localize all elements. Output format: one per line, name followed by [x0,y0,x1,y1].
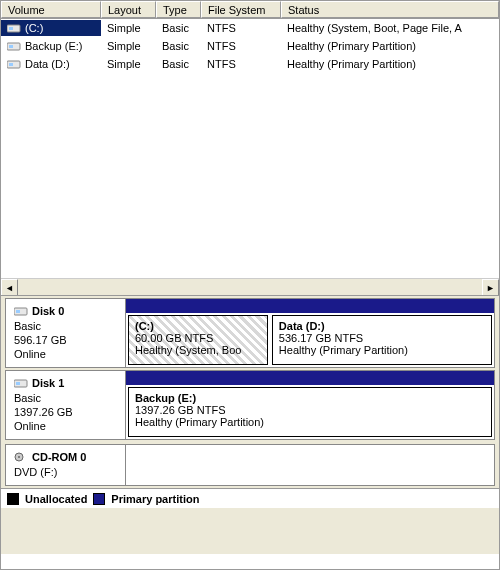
partition-info: 60.00 GB NTFS [135,332,261,344]
legend-swatch-unallocated [7,493,19,505]
disk-status: Online [14,347,117,361]
cdrom-row[interactable]: CD-ROM 0 DVD (F:) [5,444,495,486]
cdrom-title: CD-ROM 0 [14,451,117,463]
svg-rect-5 [9,63,13,66]
volume-status-cell: Healthy (System, Boot, Page File, A [281,20,499,36]
legend-swatch-primary [93,493,105,505]
disk-title: Disk 1 [14,377,117,389]
drive-icon [7,41,21,51]
table-row[interactable]: Backup (E:)SimpleBasicNTFSHealthy (Prima… [1,37,499,55]
cdrom-sub: DVD (F:) [14,465,117,479]
svg-rect-4 [7,61,20,68]
svg-point-11 [18,456,20,458]
volume-table-body: (C:)SimpleBasicNTFSHealthy (System, Boot… [1,19,499,278]
volume-layout-cell: Simple [101,20,156,36]
disk-info-panel: Disk 0Basic596.17 GBOnline [6,299,126,367]
col-header-status[interactable]: Status [281,1,499,18]
partition-name: (C:) [135,320,261,332]
legend: Unallocated Primary partition [1,488,499,508]
volume-name-cell: Backup (E:) [1,38,101,54]
disk-icon [14,306,28,316]
col-header-volume[interactable]: Volume [1,1,101,18]
volume-name-cell: (C:) [1,20,101,36]
disk-type: Basic [14,319,117,333]
table-row[interactable]: Data (D:)SimpleBasicNTFSHealthy (Primary… [1,55,499,73]
disk-row[interactable]: Disk 0Basic596.17 GBOnline(C:)60.00 GB N… [5,298,495,368]
disk-size: 1397.26 GB [14,405,117,419]
volume-status-cell: Healthy (Primary Partition) [281,38,499,54]
svg-rect-9 [16,382,20,385]
volume-name-cell: Data (D:) [1,56,101,72]
volume-layout-cell: Simple [101,56,156,72]
partition-block[interactable]: Backup (E:)1397.26 GB NTFSHealthy (Prima… [128,387,492,437]
disk-icon [14,378,28,388]
volume-table-header: Volume Layout Type File System Status [1,1,499,19]
legend-primary: Primary partition [111,493,199,505]
volume-status-cell: Healthy (Primary Partition) [281,56,499,72]
svg-rect-6 [14,308,27,315]
volume-fs-cell: NTFS [201,20,281,36]
col-header-layout[interactable]: Layout [101,1,156,18]
legend-unallocated: Unallocated [25,493,87,505]
partition-health: Healthy (Primary Partition) [135,416,485,428]
partition-name: Data (D:) [279,320,485,332]
svg-rect-8 [14,380,27,387]
volume-type-cell: Basic [156,20,201,36]
scroll-right-button[interactable]: ► [482,279,499,296]
svg-rect-2 [7,43,20,50]
volume-fs-cell: NTFS [201,56,281,72]
svg-rect-0 [7,25,20,32]
volume-fs-cell: NTFS [201,38,281,54]
volume-type-cell: Basic [156,56,201,72]
disk-info-panel: Disk 1Basic1397.26 GBOnline [6,371,126,439]
disk-partitions: (C:)60.00 GB NTFSHealthy (System, BooDat… [126,299,494,367]
disk-bluebar [126,299,494,313]
partition-health: Healthy (System, Boo [135,344,261,356]
table-row[interactable]: (C:)SimpleBasicNTFSHealthy (System, Boot… [1,19,499,37]
disk-size: 596.17 GB [14,333,117,347]
partition-block[interactable]: (C:)60.00 GB NTFSHealthy (System, Boo [128,315,268,365]
volume-layout-cell: Simple [101,38,156,54]
volume-type-cell: Basic [156,38,201,54]
disk-type: Basic [14,391,117,405]
horizontal-scrollbar[interactable]: ◄ ► [1,278,499,295]
partition-health: Healthy (Primary Partition) [279,344,485,356]
svg-rect-7 [16,310,20,313]
drive-icon [7,59,21,69]
disk-bluebar [126,371,494,385]
disk-row[interactable]: Disk 1Basic1397.26 GBOnlineBackup (E:)13… [5,370,495,440]
partition-block[interactable]: Data (D:)536.17 GB NTFSHealthy (Primary … [272,315,492,365]
disk-status: Online [14,419,117,433]
cdrom-icon [14,452,28,462]
drive-icon [7,23,21,33]
partition-info: 536.17 GB NTFS [279,332,485,344]
disk-partitions: Backup (E:)1397.26 GB NTFSHealthy (Prima… [126,371,494,439]
partition-info: 1397.26 GB NTFS [135,404,485,416]
col-header-fs[interactable]: File System [201,1,281,18]
disk-title: Disk 0 [14,305,117,317]
col-header-type[interactable]: Type [156,1,201,18]
svg-rect-3 [9,45,13,48]
scroll-left-button[interactable]: ◄ [1,279,18,296]
partition-name: Backup (E:) [135,392,485,404]
svg-rect-1 [9,27,13,30]
disk-graphical-pane: Disk 0Basic596.17 GBOnline(C:)60.00 GB N… [1,296,499,554]
